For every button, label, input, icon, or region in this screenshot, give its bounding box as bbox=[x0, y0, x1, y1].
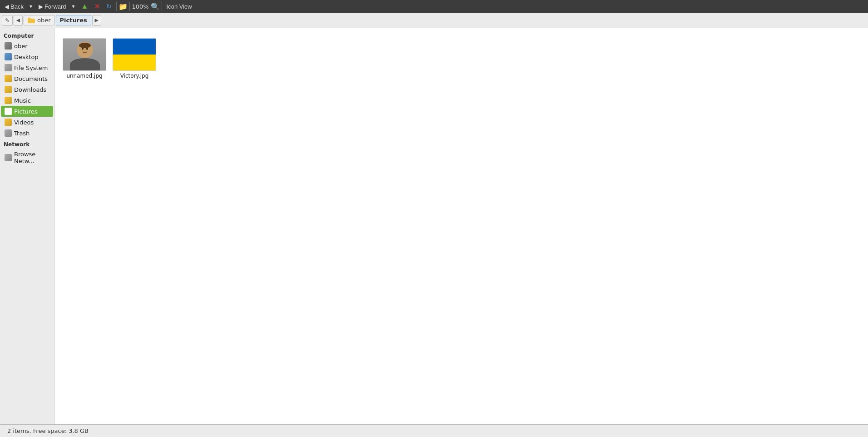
forward-group: ▶ Forward ▾ bbox=[36, 2, 78, 11]
sidebar-item-videos[interactable]: Videos bbox=[1, 117, 53, 128]
flag-thumbnail bbox=[113, 38, 156, 71]
downloads-folder-icon bbox=[5, 86, 12, 93]
reload-button[interactable]: ↻ bbox=[104, 2, 114, 11]
sidebar-item-ober[interactable]: ober bbox=[1, 40, 53, 51]
file-area: unnamed.jpg Victory.jpg bbox=[54, 28, 868, 424]
svg-point-3 bbox=[79, 43, 91, 48]
breadcrumb-edit-button[interactable]: ✎ bbox=[2, 15, 13, 26]
edit-icon: ✎ bbox=[5, 17, 10, 24]
portrait-face-svg bbox=[77, 42, 93, 58]
statusbar-text: 2 items, Free space: 3.8 GB bbox=[7, 427, 89, 434]
filesystem-icon bbox=[5, 64, 12, 71]
sidebar-item-music[interactable]: Music bbox=[1, 95, 53, 106]
forward-arrow-icon: ▶ bbox=[39, 3, 43, 10]
sidebar-item-filesystem[interactable]: File System bbox=[1, 62, 53, 73]
breadcrumb-bar: ✎ ◀ ober Pictures ▶ bbox=[0, 13, 868, 28]
flag-yellow-stripe bbox=[113, 55, 156, 71]
file-label-unnamed: unnamed.jpg bbox=[66, 73, 102, 79]
back-dropdown-icon[interactable]: ▾ bbox=[27, 2, 35, 10]
breadcrumb-prev-button[interactable]: ◀ bbox=[14, 15, 23, 26]
desktop-icon bbox=[5, 53, 12, 60]
sidebar-item-browse-network[interactable]: Browse Netw... bbox=[1, 149, 53, 166]
home-icon bbox=[5, 42, 12, 50]
pictures-folder-icon bbox=[5, 108, 12, 115]
folder-toolbar-icon: 📁 bbox=[118, 2, 128, 11]
videos-folder-icon bbox=[5, 119, 12, 126]
network-section-header: Network bbox=[0, 139, 54, 149]
file-thumbnail-unnamed bbox=[63, 38, 106, 71]
zoom-percent: 100% bbox=[132, 3, 148, 10]
forward-dropdown-icon[interactable]: ▾ bbox=[69, 2, 78, 10]
sidebar-label-ober: ober bbox=[14, 43, 28, 50]
toolbar: ◀ Back ▾ ▶ Forward ▾ ▲ ✕ ↻ 📁 100% 🔍 Icon… bbox=[0, 0, 868, 13]
back-arrow-icon: ◀ bbox=[5, 3, 9, 10]
sidebar-label-network: Browse Netw... bbox=[14, 151, 49, 164]
breadcrumb-next-icon: ▶ bbox=[94, 17, 98, 23]
reload-icon: ↻ bbox=[106, 3, 112, 10]
breadcrumb-parent-label: ober bbox=[37, 17, 51, 24]
breadcrumb-parent[interactable]: ober bbox=[24, 15, 55, 25]
file-thumbnail-victory bbox=[113, 38, 156, 71]
sidebar-item-documents[interactable]: Documents bbox=[1, 73, 53, 84]
sidebar-label-filesystem: File System bbox=[14, 65, 48, 71]
music-folder-icon bbox=[5, 97, 12, 104]
up-button[interactable]: ▲ bbox=[79, 1, 91, 11]
stop-button[interactable]: ✕ bbox=[92, 2, 103, 11]
statusbar: 2 items, Free space: 3.8 GB bbox=[0, 424, 868, 437]
portrait-head bbox=[77, 42, 93, 58]
nav-group: ◀ Back ▾ bbox=[2, 2, 35, 11]
sidebar-item-pictures[interactable]: Pictures bbox=[1, 106, 53, 117]
sidebar-label-music: Music bbox=[14, 97, 31, 104]
sidebar-label-videos: Videos bbox=[14, 119, 34, 126]
sidebar-label-documents: Documents bbox=[14, 75, 48, 82]
separator-1 bbox=[116, 2, 117, 11]
sidebar-item-trash[interactable]: Trash bbox=[1, 128, 53, 139]
zoom-icon: 🔍 bbox=[151, 2, 160, 11]
sidebar-item-downloads[interactable]: Downloads bbox=[1, 84, 53, 95]
breadcrumb-next-button[interactable]: ▶ bbox=[92, 15, 101, 26]
portrait-thumbnail bbox=[63, 38, 106, 71]
portrait-body bbox=[70, 58, 100, 71]
trash-icon bbox=[5, 129, 12, 137]
separator-2 bbox=[129, 2, 130, 11]
view-mode-button[interactable]: Icon View bbox=[164, 2, 195, 11]
file-item-victory[interactable]: Victory.jpg bbox=[112, 35, 157, 82]
view-mode-label: Icon View bbox=[167, 3, 192, 10]
file-label-victory: Victory.jpg bbox=[120, 73, 149, 79]
documents-folder-icon bbox=[5, 75, 12, 82]
breadcrumb-folder-icon bbox=[28, 18, 35, 23]
network-icon bbox=[5, 154, 12, 161]
sidebar-label-desktop: Desktop bbox=[14, 54, 39, 60]
flag-blue-stripe bbox=[113, 38, 156, 55]
sidebar-label-pictures: Pictures bbox=[14, 108, 37, 115]
back-button[interactable]: ◀ Back bbox=[2, 2, 26, 11]
breadcrumb-prev-icon: ◀ bbox=[16, 17, 20, 23]
stop-icon: ✕ bbox=[94, 3, 100, 10]
forward-label: Forward bbox=[44, 3, 66, 10]
breadcrumb-current-label: Pictures bbox=[60, 17, 87, 24]
file-item-unnamed[interactable]: unnamed.jpg bbox=[62, 35, 107, 82]
forward-button[interactable]: ▶ Forward bbox=[36, 2, 69, 11]
up-icon: ▲ bbox=[81, 2, 89, 10]
separator-3 bbox=[162, 2, 162, 11]
sidebar-label-downloads: Downloads bbox=[14, 86, 46, 93]
back-label: Back bbox=[10, 3, 24, 10]
main-area: Computer ober Desktop File System Docume… bbox=[0, 28, 868, 424]
sidebar: Computer ober Desktop File System Docume… bbox=[0, 28, 54, 424]
computer-section-header: Computer bbox=[0, 30, 54, 40]
sidebar-item-desktop[interactable]: Desktop bbox=[1, 51, 53, 62]
sidebar-label-trash: Trash bbox=[14, 130, 30, 137]
breadcrumb-current[interactable]: Pictures bbox=[56, 15, 91, 25]
